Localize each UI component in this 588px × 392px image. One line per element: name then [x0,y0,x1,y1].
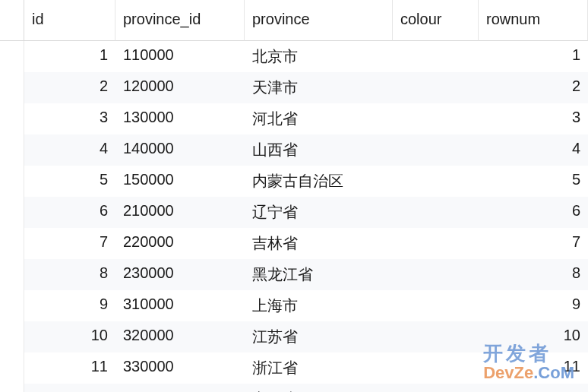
cell-rownum: 3 [479,103,588,134]
cell-id: 3 [24,103,115,134]
cell-id: 5 [24,166,115,197]
cell-province-id: 140000 [115,134,245,166]
row-gutter [0,352,24,384]
cell-rownum: 5 [479,166,588,197]
cell-id: 7 [24,228,115,259]
row-gutter [0,384,24,392]
cell-colour [393,103,479,134]
column-header-province[interactable]: province [245,0,393,41]
cell-colour [393,259,479,290]
row-gutter [0,166,24,197]
cell-province: 河北省 [245,103,393,134]
column-header-province-id[interactable]: province_id [115,0,245,41]
cell-id: 4 [24,134,115,166]
column-header-rownum[interactable]: rownum [479,0,588,41]
cell-province: 辽宁省 [245,197,393,228]
cell-rownum: 10 [479,321,588,352]
cell-colour [393,321,479,352]
data-table: id province_id province colour rownum 11… [0,0,588,392]
cell-province-id: 130000 [115,103,245,134]
cell-province: 北京市 [245,41,393,72]
cell-rownum: 12 [479,384,588,392]
cell-rownum: 6 [479,197,588,228]
cell-province-id: 340000 [115,384,245,392]
cell-id: 8 [24,259,115,290]
row-gutter [0,197,24,228]
cell-id: 9 [24,290,115,321]
cell-province-id: 330000 [115,352,245,384]
row-gutter [0,228,24,259]
cell-province: 江苏省 [245,321,393,352]
header-gutter [0,0,24,41]
column-header-id[interactable]: id [24,0,115,41]
cell-id: 10 [24,321,115,352]
cell-id: 1 [24,41,115,72]
cell-province-id: 120000 [115,72,245,103]
row-gutter [0,134,24,166]
cell-colour [393,384,479,392]
cell-id: 11 [24,352,115,384]
cell-province: 吉林省 [245,228,393,259]
cell-province: 天津市 [245,72,393,103]
cell-colour [393,166,479,197]
cell-colour [393,134,479,166]
cell-province-id: 230000 [115,259,245,290]
row-gutter [0,259,24,290]
cell-province-id: 150000 [115,166,245,197]
cell-rownum: 9 [479,290,588,321]
cell-rownum: 7 [479,228,588,259]
cell-province-id: 310000 [115,290,245,321]
cell-province: 山西省 [245,134,393,166]
row-gutter [0,290,24,321]
cell-province-id: 220000 [115,228,245,259]
cell-province: 浙江省 [245,352,393,384]
cell-province: 黑龙江省 [245,259,393,290]
cell-rownum: 2 [479,72,588,103]
cell-rownum: 8 [479,259,588,290]
cell-colour [393,352,479,384]
column-header-colour[interactable]: colour [393,0,479,41]
cell-colour [393,228,479,259]
cell-colour [393,72,479,103]
row-gutter [0,321,24,352]
row-gutter [0,103,24,134]
cell-colour [393,197,479,228]
cell-province-id: 210000 [115,197,245,228]
cell-colour [393,41,479,72]
cell-rownum: 4 [479,134,588,166]
cell-colour [393,290,479,321]
row-gutter [0,41,24,72]
cell-province-id: 320000 [115,321,245,352]
cell-rownum: 11 [479,352,588,384]
cell-province-id: 110000 [115,41,245,72]
cell-province: 内蒙古自治区 [245,166,393,197]
cell-id: 2 [24,72,115,103]
cell-province: 安徽省 [245,384,393,392]
row-gutter [0,72,24,103]
cell-id: 12 [24,384,115,392]
cell-id: 6 [24,197,115,228]
cell-province: 上海市 [245,290,393,321]
cell-rownum: 1 [479,41,588,72]
